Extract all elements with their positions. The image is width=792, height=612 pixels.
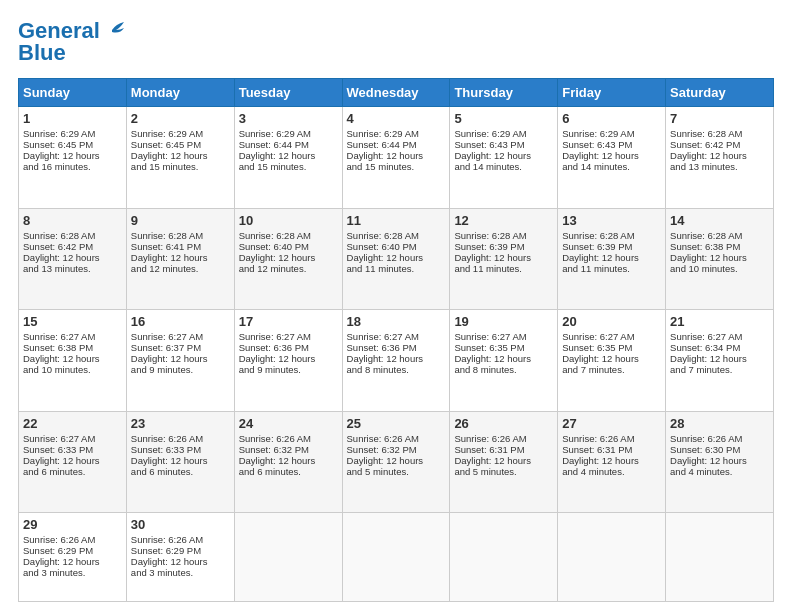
day-number: 26 xyxy=(454,416,553,431)
day-info: and 13 minutes. xyxy=(670,161,769,172)
day-info: and 13 minutes. xyxy=(23,263,122,274)
calendar-cell: 16Sunrise: 6:27 AMSunset: 6:37 PMDayligh… xyxy=(126,310,234,412)
day-number: 9 xyxy=(131,213,230,228)
day-info: Sunrise: 6:27 AM xyxy=(239,331,338,342)
day-number: 30 xyxy=(131,517,230,532)
day-info: and 8 minutes. xyxy=(454,364,553,375)
day-info: Sunset: 6:38 PM xyxy=(23,342,122,353)
day-info: Daylight: 12 hours xyxy=(23,556,122,567)
day-info: Daylight: 12 hours xyxy=(131,353,230,364)
day-info: Daylight: 12 hours xyxy=(347,353,446,364)
day-info: and 9 minutes. xyxy=(131,364,230,375)
day-info: and 11 minutes. xyxy=(562,263,661,274)
weekday-header-tuesday: Tuesday xyxy=(234,79,342,107)
day-number: 4 xyxy=(347,111,446,126)
calendar-cell: 15Sunrise: 6:27 AMSunset: 6:38 PMDayligh… xyxy=(19,310,127,412)
day-info: Daylight: 12 hours xyxy=(562,252,661,263)
day-info: and 6 minutes. xyxy=(23,466,122,477)
logo: General Blue xyxy=(18,18,124,66)
day-info: Sunset: 6:39 PM xyxy=(454,241,553,252)
day-info: Daylight: 12 hours xyxy=(131,556,230,567)
day-info: and 3 minutes. xyxy=(131,567,230,578)
day-info: and 15 minutes. xyxy=(131,161,230,172)
calendar-cell: 12Sunrise: 6:28 AMSunset: 6:39 PMDayligh… xyxy=(450,208,558,310)
day-info: Daylight: 12 hours xyxy=(670,150,769,161)
day-info: Sunset: 6:44 PM xyxy=(239,139,338,150)
calendar-cell: 23Sunrise: 6:26 AMSunset: 6:33 PMDayligh… xyxy=(126,411,234,513)
calendar-cell: 17Sunrise: 6:27 AMSunset: 6:36 PMDayligh… xyxy=(234,310,342,412)
day-info: Sunset: 6:38 PM xyxy=(670,241,769,252)
day-number: 24 xyxy=(239,416,338,431)
day-info: Sunset: 6:36 PM xyxy=(347,342,446,353)
day-info: and 14 minutes. xyxy=(562,161,661,172)
day-info: Sunset: 6:43 PM xyxy=(562,139,661,150)
calendar-cell: 3Sunrise: 6:29 AMSunset: 6:44 PMDaylight… xyxy=(234,107,342,209)
day-number: 25 xyxy=(347,416,446,431)
day-info: Sunrise: 6:28 AM xyxy=(131,230,230,241)
day-info: Sunset: 6:32 PM xyxy=(239,444,338,455)
day-number: 1 xyxy=(23,111,122,126)
day-number: 28 xyxy=(670,416,769,431)
day-info: and 6 minutes. xyxy=(131,466,230,477)
day-info: Sunset: 6:34 PM xyxy=(670,342,769,353)
day-info: and 10 minutes. xyxy=(23,364,122,375)
day-info: Daylight: 12 hours xyxy=(23,353,122,364)
day-info: and 11 minutes. xyxy=(347,263,446,274)
day-info: Sunrise: 6:29 AM xyxy=(23,128,122,139)
day-info: and 4 minutes. xyxy=(562,466,661,477)
day-info: Daylight: 12 hours xyxy=(562,150,661,161)
day-info: and 6 minutes. xyxy=(239,466,338,477)
day-number: 3 xyxy=(239,111,338,126)
day-info: Daylight: 12 hours xyxy=(670,252,769,263)
calendar-cell xyxy=(558,513,666,602)
day-number: 8 xyxy=(23,213,122,228)
day-info: Sunset: 6:43 PM xyxy=(454,139,553,150)
day-info: Sunset: 6:41 PM xyxy=(131,241,230,252)
day-info: Sunset: 6:36 PM xyxy=(239,342,338,353)
day-info: Sunrise: 6:29 AM xyxy=(454,128,553,139)
calendar-cell: 1Sunrise: 6:29 AMSunset: 6:45 PMDaylight… xyxy=(19,107,127,209)
day-info: Sunrise: 6:26 AM xyxy=(347,433,446,444)
day-info: and 12 minutes. xyxy=(131,263,230,274)
day-info: Sunrise: 6:28 AM xyxy=(670,128,769,139)
day-number: 27 xyxy=(562,416,661,431)
day-info: Daylight: 12 hours xyxy=(454,353,553,364)
day-info: Sunrise: 6:27 AM xyxy=(562,331,661,342)
day-info: Daylight: 12 hours xyxy=(239,150,338,161)
day-info: and 8 minutes. xyxy=(347,364,446,375)
day-info: Sunrise: 6:26 AM xyxy=(131,534,230,545)
day-info: Sunrise: 6:29 AM xyxy=(347,128,446,139)
calendar-cell: 27Sunrise: 6:26 AMSunset: 6:31 PMDayligh… xyxy=(558,411,666,513)
day-info: and 5 minutes. xyxy=(347,466,446,477)
day-info: Sunset: 6:31 PM xyxy=(562,444,661,455)
day-info: Daylight: 12 hours xyxy=(131,252,230,263)
weekday-header-row: SundayMondayTuesdayWednesdayThursdayFrid… xyxy=(19,79,774,107)
day-info: Daylight: 12 hours xyxy=(670,455,769,466)
day-number: 18 xyxy=(347,314,446,329)
calendar-cell: 24Sunrise: 6:26 AMSunset: 6:32 PMDayligh… xyxy=(234,411,342,513)
day-info: Daylight: 12 hours xyxy=(454,455,553,466)
day-number: 10 xyxy=(239,213,338,228)
day-info: and 7 minutes. xyxy=(562,364,661,375)
day-number: 13 xyxy=(562,213,661,228)
day-info: Sunset: 6:40 PM xyxy=(239,241,338,252)
day-info: Sunrise: 6:27 AM xyxy=(454,331,553,342)
day-info: Sunrise: 6:28 AM xyxy=(670,230,769,241)
calendar-cell: 19Sunrise: 6:27 AMSunset: 6:35 PMDayligh… xyxy=(450,310,558,412)
calendar-cell: 4Sunrise: 6:29 AMSunset: 6:44 PMDaylight… xyxy=(342,107,450,209)
day-number: 5 xyxy=(454,111,553,126)
day-info: Sunrise: 6:27 AM xyxy=(131,331,230,342)
day-info: Sunset: 6:33 PM xyxy=(23,444,122,455)
weekday-header-friday: Friday xyxy=(558,79,666,107)
day-info: Sunset: 6:39 PM xyxy=(562,241,661,252)
day-info: Sunrise: 6:28 AM xyxy=(239,230,338,241)
day-number: 12 xyxy=(454,213,553,228)
day-info: Sunrise: 6:26 AM xyxy=(562,433,661,444)
day-info: and 9 minutes. xyxy=(239,364,338,375)
day-info: Sunrise: 6:27 AM xyxy=(23,331,122,342)
calendar-cell: 8Sunrise: 6:28 AMSunset: 6:42 PMDaylight… xyxy=(19,208,127,310)
day-info: Sunset: 6:45 PM xyxy=(131,139,230,150)
day-info: Sunrise: 6:29 AM xyxy=(131,128,230,139)
day-info: Daylight: 12 hours xyxy=(23,455,122,466)
day-info: Sunrise: 6:28 AM xyxy=(454,230,553,241)
